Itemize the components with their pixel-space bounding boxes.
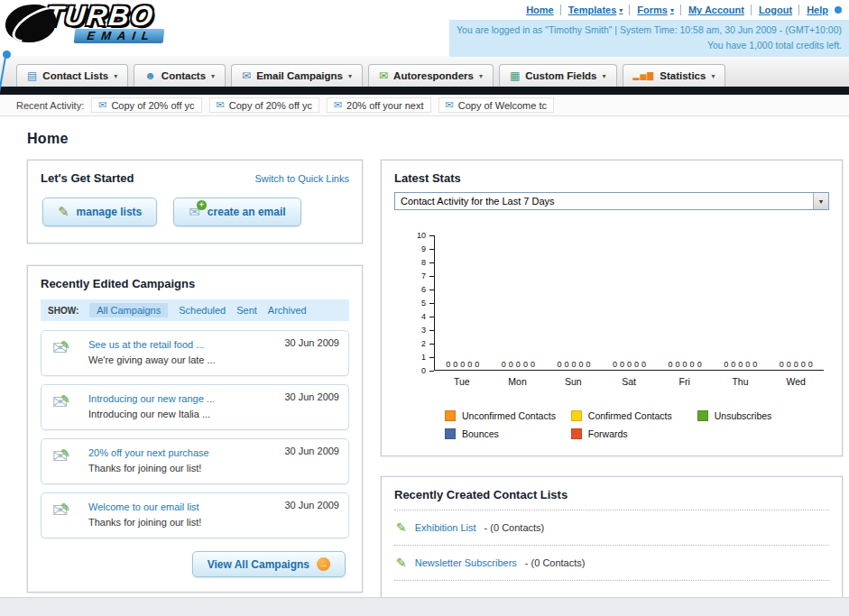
envelope-icon: ✉ <box>98 99 106 111</box>
legend-swatch <box>445 410 456 421</box>
chart-y-tick: 6 <box>421 285 426 294</box>
chevron-down-icon: ▾ <box>211 72 215 80</box>
campaign-title-link[interactable]: See us at the retail food ... <box>88 337 216 353</box>
contact-list-item: ✎ Exhibition List - (0 Contacts) <box>394 510 829 546</box>
chart-value-label: 0 <box>690 360 695 369</box>
top-right-area: Home Templates▾ Forms▾ My Account Logout… <box>449 5 849 57</box>
chart-value-labels: 00000 <box>546 360 602 369</box>
pencil-icon: ✎ <box>60 338 70 352</box>
top-link-logout[interactable]: Logout <box>751 5 792 15</box>
chart-bar-group: 00000 <box>602 235 658 370</box>
campaigns-panel-title: Recently Edited Campaigns <box>41 277 195 290</box>
view-all-campaigns-button[interactable]: View All Campaigns → <box>192 551 346 577</box>
stats-period-select[interactable]: Contact Activity for the Last 7 Days ▼ <box>394 192 829 210</box>
top-link-forms[interactable]: Forms▾ <box>629 5 674 15</box>
legend-label: Unconfirmed Contacts <box>462 410 556 421</box>
login-info: You are logged in as "Timothy Smith" | S… <box>457 23 842 38</box>
chart-value-label: 0 <box>613 360 617 369</box>
chart-y-tick: 1 <box>421 353 426 362</box>
contact-list-name-link[interactable]: Newsletter Subscribers <box>415 557 517 568</box>
nav-tab-label: Email Campaigns <box>256 70 343 81</box>
top-link-my-account[interactable]: My Account <box>680 5 744 15</box>
create-email-button[interactable]: ✉ + create an email <box>173 198 300 226</box>
nav-divider-bar <box>0 87 849 95</box>
recent-activity-item[interactable]: ✉ Copy of 20% off yc <box>91 97 201 113</box>
top-link-home[interactable]: Home <box>526 5 554 15</box>
chart-value-label: 0 <box>531 360 535 369</box>
credits-info: You have 1,000 total credits left. <box>457 38 842 53</box>
chart-y-tick: 9 <box>421 244 426 253</box>
plus-icon: + <box>197 200 207 210</box>
pencil-icon: ✎ <box>60 501 70 514</box>
legend-swatch <box>445 428 456 439</box>
chart-y-tick: 10 <box>417 231 426 240</box>
top-link-help[interactable]: Help <box>798 5 828 15</box>
filter-tab-archived[interactable]: Archived <box>268 305 307 316</box>
chart-value-labels: 00000 <box>435 360 491 369</box>
top-link-templates[interactable]: Templates▾ <box>560 5 623 15</box>
top-link-templates-label: Templates <box>568 5 617 15</box>
campaign-title-link[interactable]: Introducing our new range ... <box>88 391 215 407</box>
activity-item-text: Copy of 20% off yc <box>229 100 312 111</box>
chart-legend: Unconfirmed ContactsConfirmed ContactsUn… <box>445 410 824 439</box>
recent-activity-item[interactable]: ✉ Copy of Welcome tc <box>438 97 554 113</box>
email-campaigns-icon: ✉ <box>242 70 251 81</box>
nav-tab-contacts[interactable]: ☻ Contacts ▾ <box>134 64 226 87</box>
chart-value-label: 0 <box>475 360 479 369</box>
legend-label: Confirmed Contacts <box>588 410 672 421</box>
nav-tab-contact-lists[interactable]: ▤ Contact Lists ▾ <box>16 64 128 87</box>
chart-value-labels: 00000 <box>713 360 769 369</box>
filter-tab-scheduled[interactable]: Scheduled <box>179 305 226 316</box>
chart-bar-group: 00000 <box>435 235 491 370</box>
recent-activity-item[interactable]: ✉ 20% off your next <box>327 97 431 113</box>
chart-value-label: 0 <box>669 360 673 369</box>
chart-value-label: 0 <box>634 360 639 369</box>
recent-activity-label: Recent Activity: <box>16 100 84 111</box>
pencil-icon: ✎ <box>396 520 407 535</box>
nav-tab-email-campaigns[interactable]: ✉ Email Campaigns ▾ <box>231 64 363 87</box>
chart-value-label: 0 <box>801 360 806 369</box>
legend-swatch <box>697 410 708 421</box>
chart-x-label: Thu <box>713 376 769 387</box>
nav-tab-custom-fields[interactable]: ▦ Custom Fields ▾ <box>499 64 617 87</box>
filter-tab-sent[interactable]: Sent <box>236 305 257 316</box>
nav-tab-autoresponders[interactable]: ✉ Autoresponders ▾ <box>368 64 494 87</box>
turbo-email-logo[interactable]: TURBO EMAIL <box>4 3 168 43</box>
campaign-title-link[interactable]: Welcome to our email list <box>88 500 201 515</box>
manage-lists-button[interactable]: ✎ manage lists <box>42 198 157 226</box>
contact-lists-panel-title: Recently Created Contact Lists <box>394 488 829 510</box>
chart-y-tick: 3 <box>421 326 426 335</box>
manage-lists-label: manage lists <box>77 206 143 218</box>
chart-value-label: 0 <box>731 360 735 369</box>
filter-tab-all-campaigns[interactable]: All Campaigns <box>89 303 168 317</box>
chart-value-labels: 00000 <box>491 360 547 369</box>
nav-tab-statistics[interactable]: ▂▅▇ Statistics ▾ <box>623 64 726 87</box>
envelope-icon: ✉ <box>217 99 225 111</box>
chart-y-tick: 2 <box>421 339 426 348</box>
latest-stats-panel: Latest Stats Contact Activity for the La… <box>381 160 843 456</box>
statistics-icon: ▂▅▇ <box>633 72 655 80</box>
recent-activity-item[interactable]: ✉ Copy of 20% off yc <box>209 97 319 113</box>
envelope-pencil-icon: ✉✎ <box>52 446 78 476</box>
latest-stats-title: Latest Stats <box>394 171 461 185</box>
switch-quick-links-link[interactable]: Switch to Quick Links <box>254 173 349 184</box>
create-email-label: create an email <box>208 206 286 218</box>
stats-period-value: Contact Activity for the Last 7 Days <box>401 196 555 207</box>
legend-item: Unsubscribes <box>697 410 824 421</box>
chart-value-label: 0 <box>738 360 743 369</box>
chart-bar-group: 00000 <box>491 235 547 370</box>
autoresponders-icon: ✉ <box>379 70 388 81</box>
chevron-down-icon: ▾ <box>114 72 117 80</box>
chart-y-tick: 4 <box>421 312 426 321</box>
nav-tab-label: Custom Fields <box>525 70 596 81</box>
chart-value-label: 0 <box>453 360 457 369</box>
contact-list-name-link[interactable]: Exhibition List <box>415 522 476 533</box>
chart-groups: 00000000000000000000000000000000000 <box>434 235 824 371</box>
get-started-title: Let's Get Started <box>41 171 134 185</box>
envelope-pencil-icon: ✉✎ <box>52 391 78 422</box>
chart-value-label: 0 <box>683 360 688 369</box>
recently-created-contact-lists-panel: Recently Created Contact Lists ✎ Exhibit… <box>381 476 843 616</box>
campaign-title-link[interactable]: 20% off your next purchase <box>88 446 209 461</box>
chart-value-label: 0 <box>460 360 465 369</box>
recent-activity-bar: Recent Activity: ✉ Copy of 20% off yc ✉ … <box>0 95 849 116</box>
